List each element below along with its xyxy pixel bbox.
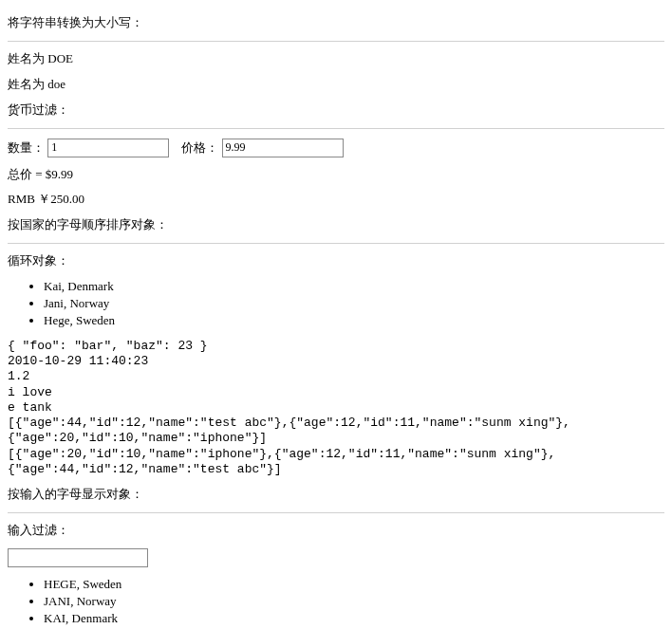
heading-filter-by-input: 按输入的字母显示对象： <box>8 487 664 503</box>
qty-label: 数量： <box>8 140 45 155</box>
list-item: KAI, Denmark <box>44 611 664 627</box>
code-line: [{"age":20,"id":10,"name":"iphone"},{"ag… <box>8 447 664 478</box>
code-line: 2010-10-29 11:40:23 <box>8 354 664 369</box>
divider <box>8 243 664 244</box>
filter-input-row <box>8 548 664 567</box>
list-item: Kai, Denmark <box>44 279 664 295</box>
name-lower-line: 姓名为 doe <box>8 77 664 93</box>
heading-loop-objects: 循环对象： <box>8 253 664 269</box>
qty-input[interactable] <box>47 139 169 157</box>
filter-input[interactable] <box>8 548 148 567</box>
divider <box>8 128 664 129</box>
name-upper-line: 姓名为 DOE <box>8 51 664 67</box>
heading-case-convert: 将字符串转换为大小写： <box>8 15 664 31</box>
qty-price-row: 数量： 价格： <box>8 139 664 157</box>
heading-sort-by-country: 按国家的字母顺序排序对象： <box>8 217 664 233</box>
code-line: { "foo": "bar", "baz": 23 } <box>8 339 664 354</box>
country-list-1: Kai, Denmark Jani, Norway Hege, Sweden <box>8 279 664 329</box>
code-line: i love <box>8 385 664 400</box>
code-line: [{"age":44,"id":12,"name":"test abc"},{"… <box>8 416 664 447</box>
divider <box>8 512 664 513</box>
list-item: Hege, Sweden <box>44 313 664 329</box>
rmb-line: RMB ￥250.00 <box>8 192 664 208</box>
code-output-block: { "foo": "bar", "baz": 23 } 2010-10-29 1… <box>8 339 664 477</box>
price-input[interactable] <box>222 139 344 157</box>
code-line: e tank <box>8 400 664 416</box>
country-list-2: HEGE, Sweden JANI, Norway KAI, Denmark <box>8 577 664 627</box>
list-item: HEGE, Sweden <box>44 577 664 593</box>
heading-currency-filter: 货币过滤： <box>8 102 664 119</box>
code-line: 1.2 <box>8 369 664 384</box>
total-line: 总价 = $9.99 <box>8 167 664 183</box>
divider <box>8 41 664 42</box>
list-item: JANI, Norway <box>44 594 664 610</box>
heading-input-filter: 输入过滤： <box>8 523 664 539</box>
price-label: 价格： <box>181 140 218 155</box>
list-item: Jani, Norway <box>44 296 664 312</box>
